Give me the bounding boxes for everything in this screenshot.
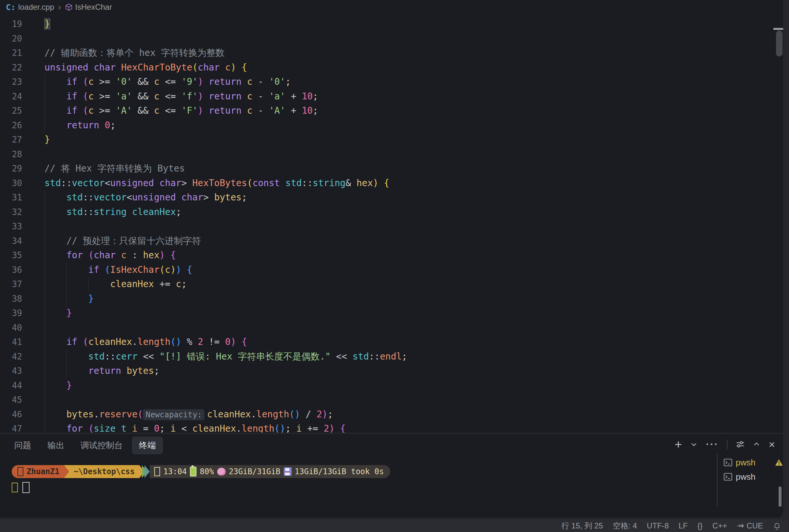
- status-line-col[interactable]: 行 15, 列 25: [561, 520, 603, 531]
- brain-icon: [217, 468, 226, 475]
- close-panel-button[interactable]: ×: [769, 439, 775, 449]
- prompt-battery: 80%: [200, 467, 214, 476]
- breadcrumb-file[interactable]: C: loader.cpp: [6, 3, 54, 12]
- terminal-icon: [724, 458, 732, 467]
- line-number: 32: [0, 205, 22, 220]
- code-line-29: 29// 将 Hex 字符串转换为 Bytes: [0, 162, 773, 176]
- cpp-file-icon: C:: [6, 3, 16, 12]
- line-number: 29: [0, 162, 22, 176]
- line-number: 21: [0, 46, 22, 60]
- code-line-36: 36 if (IsHexChar(c)) {: [0, 263, 773, 278]
- panel-tab-terminal[interactable]: 终端: [132, 437, 163, 454]
- line-number: 38: [0, 292, 22, 306]
- line-number: 19: [0, 17, 22, 32]
- code-line-44: 44 }: [0, 378, 773, 393]
- line-number: 42: [0, 349, 22, 364]
- code-line-24: 24 if (c >= 'a' && c <= 'f') return c - …: [0, 89, 773, 104]
- terminal-scrollbar[interactable]: [778, 487, 782, 507]
- code-line-38: 38 }: [0, 292, 773, 306]
- toolbar-separator: [727, 439, 728, 449]
- breadcrumb-symbol[interactable]: IsHexChar: [65, 3, 112, 12]
- code-line-45: 45: [0, 393, 773, 407]
- panel-tab-problems[interactable]: 问题: [7, 437, 38, 454]
- line-number: 35: [0, 248, 22, 263]
- code-line-43: 43 return bytes;: [0, 364, 773, 378]
- breadcrumb: C: loader.cpp › IsHexChar: [0, 0, 112, 14]
- cue-icon: [737, 522, 745, 530]
- code-line-46: 46 bytes.reserve(Newcapacity:cleanHex.le…: [0, 407, 773, 422]
- terminal-instance-1[interactable]: pwsh: [724, 455, 783, 470]
- line-number: 26: [0, 118, 22, 133]
- panel-tabs: 问题输出调试控制台终端: [7, 437, 163, 454]
- editor-scrollbar[interactable]: [776, 31, 783, 57]
- line-number: 34: [0, 234, 22, 248]
- more-actions-button[interactable]: ···: [706, 439, 718, 449]
- line-number: 39: [0, 306, 22, 321]
- code-line-34: 34 // 预处理：只保留十六进制字符: [0, 234, 773, 248]
- code-line-19: 19}: [0, 17, 773, 32]
- status-braces[interactable]: {}: [697, 521, 703, 530]
- code-line-31: 31 std::vector<unsigned char> bytes;: [0, 190, 773, 205]
- terminal-prompt: ZhuanZ1 ~\Desktop\css 13:04 80% 23GiB/31…: [12, 465, 390, 478]
- line-number: 31: [0, 190, 22, 205]
- line-number: 30: [0, 176, 22, 191]
- terminal-instance-label: pwsh: [736, 472, 755, 482]
- status-encoding[interactable]: UTF-8: [647, 521, 669, 530]
- floppy-disk-icon: [284, 468, 292, 476]
- panel-tab-output[interactable]: 输出: [40, 437, 72, 454]
- panel-tab-debug-console[interactable]: 调试控制台: [73, 437, 130, 454]
- line-number: 23: [0, 75, 22, 89]
- line-number: 45: [0, 393, 22, 407]
- prompt-user-segment: ZhuanZ1: [12, 465, 64, 478]
- line-number: 37: [0, 277, 22, 292]
- editor[interactable]: C: loader.cpp › IsHexChar 19}2021// 辅助函数…: [0, 0, 783, 433]
- line-number: 43: [0, 364, 22, 378]
- status-indent[interactable]: 空格: 4: [613, 520, 637, 531]
- panel-actions: + ··· ×: [675, 437, 775, 452]
- line-number: 27: [0, 133, 22, 147]
- os-glyph-icon: [18, 467, 23, 476]
- code-line-37: 37 cleanHex += c;: [0, 277, 773, 292]
- line-number: 28: [0, 147, 22, 162]
- code-line-26: 26 return 0;: [0, 118, 773, 133]
- code-line-28: 28: [0, 147, 773, 162]
- line-number: 36: [0, 263, 22, 278]
- overview-cursor-marker: [773, 28, 783, 30]
- line-number: 20: [0, 32, 22, 46]
- maximize-panel-button[interactable]: [753, 441, 760, 448]
- new-terminal-button[interactable]: +: [675, 439, 682, 449]
- line-number: 40: [0, 321, 22, 335]
- prompt-glyph-icon: [12, 482, 18, 492]
- status-bar: 行 15, 列 25 空格: 4 UTF-8 LF {} C++ CUE: [0, 520, 789, 532]
- prompt-user: ZhuanZ1: [26, 467, 59, 476]
- terminal-profile-dropdown[interactable]: [690, 441, 697, 448]
- chevron-right-icon: ›: [58, 2, 61, 12]
- launch-profile-icon[interactable]: [736, 440, 745, 449]
- status-eol[interactable]: LF: [679, 521, 688, 530]
- warning-icon: [775, 458, 783, 467]
- terminal-input-line[interactable]: [12, 482, 30, 493]
- notifications-bell-icon[interactable]: [773, 521, 781, 530]
- line-number: 44: [0, 378, 22, 393]
- breadcrumb-symbol-label: IsHexChar: [75, 3, 112, 12]
- prompt-path: ~\Desktop\css: [74, 467, 135, 476]
- line-number: 22: [0, 60, 22, 75]
- line-number: 25: [0, 103, 22, 118]
- terminal-instance-2[interactable]: pwsh: [724, 470, 783, 484]
- line-number: 24: [0, 89, 22, 104]
- prompt-disk: 13GiB/13GiB took 0s: [295, 467, 384, 476]
- code-line-42: 42 std::cerr << "[!] 错误: Hex 字符串长度不是偶数."…: [0, 349, 773, 364]
- prompt-info-segment: 13:04 80% 23GiB/31GiB 13GiB/13GiB took 0…: [150, 465, 390, 478]
- terminal-cursor: [22, 482, 30, 493]
- terminal-list-separator: [717, 454, 717, 507]
- code-line-32: 32 std::string cleanHex;: [0, 205, 773, 220]
- code-line-40: 40: [0, 321, 773, 335]
- bottom-panel: 问题输出调试控制台终端 + ··· × pwshpwsh: [0, 434, 783, 518]
- line-number: 41: [0, 335, 22, 349]
- breadcrumb-file-label: loader.cpp: [18, 3, 54, 12]
- status-cue[interactable]: CUE: [737, 521, 763, 530]
- code-line-23: 23 if (c >= '0' && c <= '9') return c - …: [0, 75, 773, 89]
- status-language[interactable]: C++: [712, 521, 727, 530]
- line-number: 33: [0, 219, 22, 234]
- prompt-path-segment: ~\Desktop\css: [69, 465, 139, 478]
